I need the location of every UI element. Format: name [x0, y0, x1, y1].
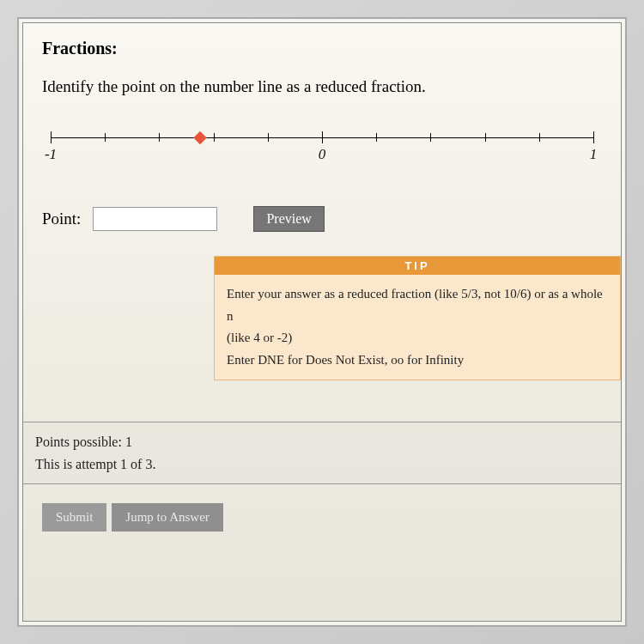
tick-minor: [376, 133, 377, 142]
tick-minor: [268, 133, 269, 142]
number-line: -1 0 1: [51, 129, 593, 172]
answer-row: Point: Preview: [42, 206, 602, 232]
answer-input[interactable]: [93, 207, 217, 231]
plotted-point: [193, 131, 207, 145]
tick-major-mid: [322, 131, 323, 143]
points-bar: Points possible: 1 This is attempt 1 of …: [23, 422, 621, 484]
question-panel: Fractions: Identify the point on the num…: [22, 22, 622, 622]
tick-minor: [539, 133, 540, 142]
tip-body: Enter your answer as a reduced fraction …: [215, 275, 620, 380]
tip-line: Enter DNE for Does Not Exist, oo for Inf…: [227, 349, 608, 372]
submit-button[interactable]: Submit: [42, 503, 106, 532]
tick-minor: [214, 133, 215, 142]
preview-button[interactable]: Preview: [253, 206, 324, 232]
instruction-text: Identify the point on the number line as…: [42, 77, 602, 96]
tick-major-left: [51, 131, 52, 143]
tick-minor: [159, 133, 160, 142]
tip-header: TIP: [215, 257, 620, 275]
tip-box: TIP Enter your answer as a reduced fract…: [214, 256, 621, 380]
tip-line: (like 4 or -2): [227, 327, 608, 349]
axis-label-right: 1: [590, 146, 598, 163]
answer-label: Point:: [42, 210, 81, 228]
tick-major-right: [593, 131, 594, 143]
axis-label-mid: 0: [319, 146, 326, 163]
section-title: Fractions:: [42, 39, 602, 58]
tick-minor: [430, 133, 431, 142]
action-row: Submit Jump to Answer: [42, 503, 602, 532]
axis-label-left: -1: [45, 146, 57, 163]
tick-minor: [485, 133, 486, 142]
points-possible: Points possible: 1: [35, 431, 609, 453]
outer-frame: Fractions: Identify the point on the num…: [17, 17, 627, 627]
tick-minor: [105, 133, 106, 142]
tip-line: Enter your answer as a reduced fraction …: [227, 283, 608, 327]
jump-to-answer-button[interactable]: Jump to Answer: [112, 503, 223, 532]
attempt-count: This is attempt 1 of 3.: [35, 453, 609, 476]
